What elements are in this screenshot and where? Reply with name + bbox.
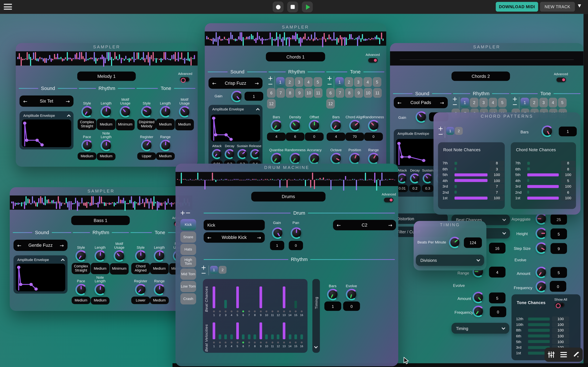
bars-value[interactable]: 4 <box>327 133 345 141</box>
step-dot[interactable] <box>301 342 303 343</box>
pattern-chip-5[interactable]: 5 <box>558 98 567 108</box>
menu-icon[interactable] <box>4 4 12 10</box>
step-dot[interactable] <box>254 342 256 343</box>
arrow-right-icon[interactable] <box>66 98 70 104</box>
bars-knob[interactable] <box>271 121 281 130</box>
chance-value[interactable]: 7 <box>490 190 504 195</box>
timing-collapsed-strip[interactable]: Timing <box>312 279 320 353</box>
amount-value[interactable]: 5 <box>489 292 506 303</box>
pattern-chip-6[interactable]: 6 <box>326 88 335 98</box>
pattern-chip-11[interactable]: 11 <box>314 88 322 98</box>
beat-bar[interactable] <box>248 334 250 339</box>
length-knob[interactable] <box>95 251 105 260</box>
chevron-up-icon[interactable] <box>61 258 65 262</box>
step-dot[interactable] <box>254 310 256 312</box>
drum-tab-high-tom[interactable]: High Tom <box>180 256 196 267</box>
beat-bar[interactable] <box>259 322 262 339</box>
note-selector[interactable]: C2 <box>333 220 396 230</box>
show-all-toggle[interactable] <box>555 303 564 307</box>
chord-align-knob[interactable] <box>350 121 360 130</box>
style-knob[interactable] <box>142 107 151 116</box>
chance-value[interactable]: 8 <box>561 166 575 172</box>
accuracy-knob[interactable] <box>309 153 319 163</box>
sound-selector[interactable]: Cool Pads <box>394 97 448 108</box>
step-dot[interactable] <box>271 342 273 343</box>
motif-usage-knob[interactable] <box>180 107 189 117</box>
pattern-chip-9[interactable]: 9 <box>295 88 304 98</box>
chance-value[interactable]: 100 <box>552 339 569 344</box>
drum-tab-crash[interactable]: Crash <box>180 293 196 305</box>
motif-usage-knob[interactable] <box>114 251 124 261</box>
add-remove-drum-buttons[interactable] <box>180 210 191 216</box>
beat-bar[interactable] <box>283 322 285 339</box>
step-dot[interactable] <box>219 310 221 312</box>
beat-bar[interactable] <box>283 287 285 308</box>
pattern-chip-8[interactable]: 8 <box>286 88 294 98</box>
chance-value[interactable]: 100 <box>490 195 504 201</box>
pattern-chip-5[interactable]: 5 <box>498 98 507 108</box>
pattern-chip-3[interactable]: 3 <box>479 98 488 108</box>
gain-knob[interactable] <box>273 228 282 238</box>
chance-bar-track[interactable] <box>528 317 550 320</box>
length-knob[interactable] <box>155 251 164 260</box>
chance-bar-track[interactable] <box>527 162 559 165</box>
pattern-chip-12[interactable]: 12 <box>326 99 335 108</box>
pattern-chip-4[interactable]: 4 <box>304 77 313 87</box>
arrow-right-icon[interactable] <box>60 242 64 248</box>
chance-value[interactable]: 100 <box>552 328 569 333</box>
frequency-value[interactable]: 0 <box>550 281 566 292</box>
pattern-chip-2[interactable]: 2 <box>530 98 539 108</box>
note-length-knob[interactable] <box>95 285 105 295</box>
step-dot[interactable] <box>283 310 285 312</box>
pattern-chip-1[interactable]: 1 <box>210 266 218 274</box>
chance-bar-track[interactable] <box>528 334 550 337</box>
frequency-value[interactable]: 0 <box>490 306 506 317</box>
step-dot[interactable] <box>260 310 262 312</box>
advanced-toggle[interactable] <box>180 77 189 82</box>
chance-value[interactable]: 100 <box>561 172 575 177</box>
pattern-chip-2[interactable]: 2 <box>470 98 479 108</box>
chevron-down-icon[interactable] <box>314 345 318 349</box>
bpm-value[interactable]: 124 <box>464 237 482 248</box>
beat-velocities-bars[interactable] <box>211 322 304 339</box>
advanced-toggle[interactable] <box>556 77 566 82</box>
motif-usage-knob[interactable] <box>121 107 130 117</box>
beat-bar[interactable] <box>254 334 256 339</box>
chance-bar-track[interactable] <box>528 323 550 326</box>
pattern-chip-11[interactable]: 11 <box>373 88 382 98</box>
chance-value[interactable]: 5 <box>561 178 575 183</box>
beat-velocities-dots[interactable] <box>211 342 304 343</box>
attack-knob[interactable] <box>213 150 221 158</box>
drum-tab-low-tom[interactable]: Low Tom <box>180 281 196 292</box>
step-dot[interactable] <box>289 310 291 312</box>
beat-bar[interactable] <box>213 287 216 308</box>
beat-chances-dots[interactable] <box>211 310 304 312</box>
sound-selector[interactable]: Gentle Fuzz <box>13 240 68 251</box>
envelope-graph[interactable] <box>16 264 65 291</box>
bpm-knob[interactable] <box>450 237 459 247</box>
track-name-button[interactable]: Chords 2 <box>451 72 510 81</box>
density-knob[interactable] <box>290 121 300 130</box>
range-value[interactable]: 4 <box>489 267 506 277</box>
beat-bar[interactable] <box>218 334 221 339</box>
step-dot[interactable] <box>266 310 268 312</box>
arrow-left-icon[interactable] <box>17 242 21 248</box>
style-value[interactable]: Chord Aligned <box>131 263 150 274</box>
chance-bar-track[interactable] <box>454 162 487 165</box>
pattern-chip-1[interactable]: 1 <box>520 98 529 108</box>
range-value[interactable]: Medium <box>150 297 169 304</box>
track-name-button[interactable]: Chords 1 <box>266 52 325 61</box>
pattern-chip-10[interactable]: 10 <box>364 88 372 98</box>
sustain-knob[interactable] <box>424 174 432 182</box>
pattern-chip-4[interactable]: 4 <box>363 77 372 87</box>
step-dot[interactable] <box>242 342 244 343</box>
beat-bar[interactable] <box>265 334 268 339</box>
note-length-value[interactable]: Medium <box>97 153 115 160</box>
chance-value[interactable]: 100 <box>552 322 569 327</box>
chevron-up-icon[interactable] <box>67 114 71 118</box>
pace-value[interactable]: Medium <box>78 152 96 160</box>
style-value[interactable]: Complex Straight <box>78 119 96 130</box>
chance-value[interactable]: 7 <box>490 184 504 189</box>
motif-usage-value[interactable]: Medium <box>175 119 194 130</box>
bars-knob[interactable] <box>328 290 337 299</box>
